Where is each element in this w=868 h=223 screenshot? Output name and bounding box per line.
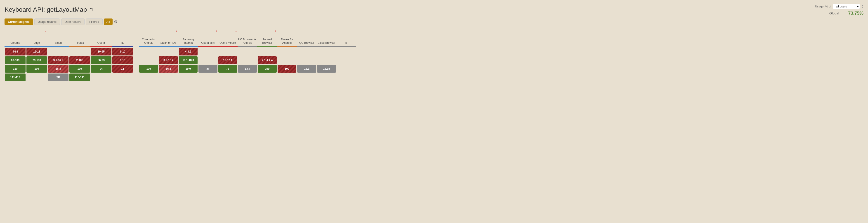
asterisk-marker: * [216, 30, 217, 34]
compat-cell[interactable]: 10.1-18.0 [179, 57, 197, 64]
page-title: Keyboard API: getLayoutMap 🗒 [4, 6, 94, 13]
compat-cell[interactable]: 109 [139, 65, 158, 73]
usage-top: Usage % of all users desktop users mobil… [815, 4, 864, 9]
compat-cell[interactable]: 110-111 [69, 74, 90, 81]
compat-cell[interactable]: 73 [218, 65, 237, 73]
compat-cell[interactable] [337, 57, 355, 64]
asterisk-marker: * [275, 30, 276, 34]
compat-cell[interactable] [317, 48, 336, 55]
compat-cell[interactable]: 12-12.1 [218, 57, 237, 64]
compat-cell[interactable]: 13.18 [317, 65, 336, 73]
compat-cell[interactable] [218, 48, 237, 55]
compat-cell[interactable]: 16.3 [159, 65, 178, 73]
compat-cell[interactable]: 3.2-16.2 [159, 57, 178, 64]
browser-column: Opera Mobile*12-12.173 [218, 28, 238, 82]
browser-column: Safari on iOS*3.2-16.216.3 [158, 28, 178, 82]
usage-relative-button[interactable]: Usage relative [34, 18, 60, 25]
page: Keyboard API: getLayoutMap 🗒 Usage % of … [0, 0, 868, 85]
compat-cell[interactable]: 4-9.2 [179, 48, 197, 55]
compat-cell[interactable]: 56-93 [91, 57, 112, 64]
compat-cell[interactable] [337, 74, 355, 81]
compat-cell[interactable]: 13.4 [238, 65, 257, 73]
asterisk-marker: * [45, 30, 46, 34]
compat-cell[interactable]: 3.1-16.2 [48, 57, 68, 64]
compat-cell[interactable]: 79-108 [26, 57, 47, 64]
compat-cell[interactable] [26, 74, 47, 81]
compat-cell[interactable]: 6-10 [112, 57, 133, 64]
compat-cell[interactable] [139, 48, 158, 55]
compat-cell[interactable]: 94 [91, 65, 112, 73]
browser-name-text: Firefox for Android [277, 38, 297, 45]
compat-cell[interactable]: 111-113 [5, 74, 26, 81]
browser-support-bar [4, 46, 26, 47]
compat-cell[interactable] [258, 74, 276, 81]
user-type-select[interactable]: all users desktop users mobile users [833, 4, 860, 9]
compat-cell[interactable] [179, 74, 197, 81]
compat-cell[interactable] [238, 74, 257, 81]
compat-cell[interactable] [258, 48, 276, 55]
asterisk-marker: * [176, 30, 177, 34]
browser-support-bar [317, 46, 336, 47]
browser-support-bar [238, 46, 257, 47]
compat-cell[interactable] [238, 48, 257, 55]
current-aligned-button[interactable]: Current aligned [4, 18, 33, 25]
compat-cell[interactable]: 69-109 [5, 57, 26, 64]
compat-cell[interactable] [139, 74, 158, 81]
compat-cell[interactable] [278, 57, 296, 64]
all-button[interactable]: All [104, 18, 113, 25]
compat-cell[interactable] [159, 48, 178, 55]
compat-cell[interactable] [278, 48, 296, 55]
compat-cell[interactable] [218, 74, 237, 81]
compat-cell[interactable]: 110 [5, 65, 26, 73]
compat-cell[interactable]: 109 [278, 65, 296, 73]
compat-cell[interactable]: 4-68 [5, 48, 26, 55]
compat-cell[interactable]: 11 [112, 65, 133, 73]
settings-icon[interactable]: ⚙ [114, 20, 118, 24]
compat-cell[interactable] [91, 74, 112, 81]
date-relative-button[interactable]: Date relative [61, 18, 85, 25]
compat-cell[interactable] [198, 57, 217, 64]
compat-cell[interactable]: 109 [69, 65, 90, 73]
compat-cell[interactable]: 109 [26, 65, 47, 73]
browser-column: Firefox for Android109 [277, 28, 297, 82]
compat-cell[interactable] [159, 74, 178, 81]
compat-cell[interactable] [297, 57, 316, 64]
browser-name-header: Opera [90, 28, 112, 46]
compat-cell[interactable] [139, 57, 158, 64]
compat-cell[interactable] [317, 74, 336, 81]
browser-name-text: Safari on iOS [160, 41, 176, 45]
compat-cell[interactable]: 2-108 [69, 57, 90, 64]
help-icon[interactable]: ? [862, 5, 864, 8]
compat-cell[interactable] [112, 74, 133, 81]
compat-cell[interactable]: 6-10 [112, 48, 133, 55]
compat-cell[interactable] [48, 48, 68, 55]
compat-cell[interactable] [297, 74, 316, 81]
doc-icon: 🗒 [89, 7, 94, 12]
compat-cell[interactable] [337, 65, 355, 73]
compat-cell[interactable]: 2.1-4.4.4 [258, 57, 276, 64]
compat-cell[interactable]: TP [48, 74, 68, 81]
compat-cell[interactable]: 10-55 [91, 48, 112, 55]
compat-cell[interactable] [69, 48, 90, 55]
compat-cell[interactable] [337, 48, 355, 55]
compat-cell[interactable] [198, 74, 217, 81]
compat-cell[interactable]: 13.1 [297, 65, 316, 73]
compat-cell[interactable]: 19.0 [179, 65, 197, 73]
browser-support-bar [257, 46, 277, 47]
usage-label: Usage [815, 5, 824, 8]
browser-support-bar [297, 46, 316, 47]
compat-cell[interactable] [238, 57, 257, 64]
compat-cell[interactable] [317, 57, 336, 64]
browser-support-bar [218, 46, 238, 47]
compat-cell[interactable]: all [198, 65, 217, 73]
compat-cell[interactable] [198, 48, 217, 55]
browser-column: Edge*12-1879-108109 [26, 28, 48, 82]
compat-cell[interactable] [297, 48, 316, 55]
compat-cell[interactable]: 16.3 [48, 65, 68, 73]
filtered-button[interactable]: Filtered [86, 18, 102, 25]
browser-name-text: Chrome for Android [139, 38, 158, 45]
compat-cell[interactable] [278, 74, 296, 81]
browser-name-text: Opera [97, 41, 105, 45]
compat-cell[interactable]: 109 [258, 65, 276, 73]
compat-cell[interactable]: 12-18 [26, 48, 47, 55]
